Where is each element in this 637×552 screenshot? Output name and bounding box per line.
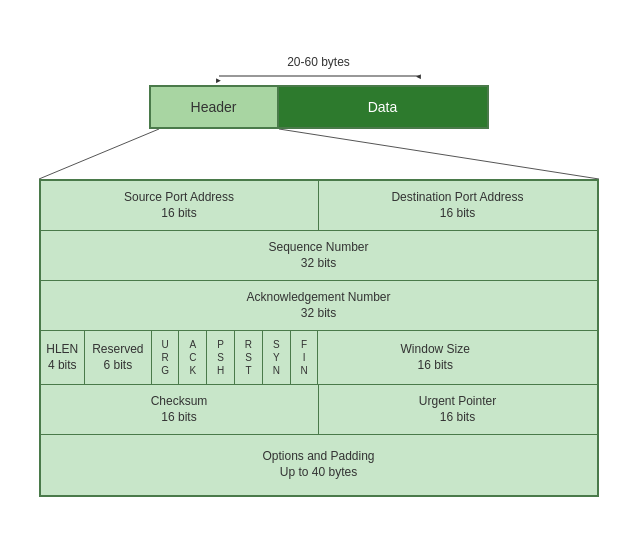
psh-cell: PSH bbox=[207, 331, 235, 384]
reserved-cell: Reserved6 bits bbox=[85, 331, 152, 384]
ack-row: Acknowledgement Number32 bits bbox=[41, 281, 597, 331]
seq-cell: Sequence Number32 bits bbox=[41, 231, 597, 280]
packet-data: Data bbox=[279, 85, 489, 129]
fin-cell: FIN bbox=[291, 331, 319, 384]
size-arrow bbox=[219, 71, 419, 81]
port-row: Source Port Address16 bits Destination P… bbox=[41, 181, 597, 231]
ack-cell: Acknowledgement Number32 bits bbox=[41, 281, 597, 330]
checksum-cell: Checksum16 bits bbox=[41, 385, 319, 434]
hlen-cell: HLEN4 bits bbox=[41, 331, 85, 384]
syn-cell: SYN bbox=[263, 331, 291, 384]
svg-line-0 bbox=[39, 129, 159, 179]
source-port-cell: Source Port Address16 bits bbox=[41, 181, 319, 230]
options-row: Options and PaddingUp to 40 bytes bbox=[41, 435, 597, 495]
urg-cell: URG bbox=[152, 331, 180, 384]
size-label: 20-60 bytes bbox=[287, 55, 350, 69]
packet-header: Header bbox=[149, 85, 279, 129]
options-cell: Options and PaddingUp to 40 bytes bbox=[41, 435, 597, 495]
size-label-row: 20-60 bytes bbox=[189, 55, 449, 81]
tcp-diagram: 20-60 bytes Header Data Source Port Addr… bbox=[19, 55, 619, 497]
checksum-row: Checksum16 bits Urgent Pointer16 bits bbox=[41, 385, 597, 435]
dest-port-cell: Destination Port Address16 bits bbox=[319, 181, 597, 230]
seq-row: Sequence Number32 bits bbox=[41, 231, 597, 281]
svg-line-1 bbox=[279, 129, 599, 179]
rst-cell: RST bbox=[235, 331, 263, 384]
tcp-header-table: Source Port Address16 bits Destination P… bbox=[39, 179, 599, 497]
window-size-cell: Window Size16 bits bbox=[318, 331, 552, 384]
flags-row: HLEN4 bits Reserved6 bits URG ACK PSH RS… bbox=[41, 331, 597, 385]
urgent-ptr-cell: Urgent Pointer16 bits bbox=[319, 385, 597, 434]
packet-top: Header Data bbox=[149, 85, 489, 129]
ack-flag-cell: ACK bbox=[179, 331, 207, 384]
zoom-lines bbox=[39, 129, 599, 179]
